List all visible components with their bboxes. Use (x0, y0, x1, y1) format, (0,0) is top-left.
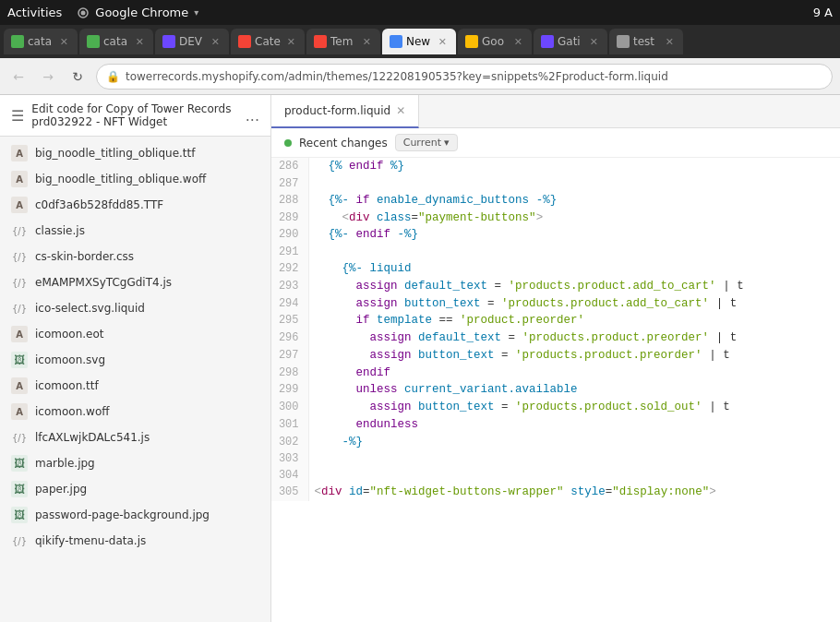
recent-changes-label: Recent changes (299, 137, 388, 150)
file-item[interactable]: {/}eMAMPMXSyTCgGdiT4.js (0, 269, 270, 295)
browser-tab-tab4[interactable]: Cate✕ (231, 29, 305, 54)
font-file-icon: A (11, 145, 28, 161)
tab-close-tab7[interactable]: ✕ (512, 35, 524, 49)
current-button[interactable]: Current ▾ (395, 134, 458, 151)
file-item[interactable]: {/}ico-select.svg.liquid (0, 295, 270, 321)
svg-point-1 (81, 10, 86, 15)
file-item[interactable]: 🖼marble.jpg (0, 450, 270, 476)
favicon-tab3 (162, 35, 175, 48)
sidebar-collapse-button[interactable]: ☰ (11, 107, 24, 125)
line-number: 305 (271, 484, 308, 501)
line-number: 289 (271, 209, 308, 227)
line-content[interactable]: <div class="payment-buttons"> (308, 209, 840, 227)
chevron-down-icon: ▾ (444, 137, 450, 149)
file-name: icomoon.eot (35, 328, 104, 341)
browser-tab-tab3[interactable]: DEV✕ (155, 29, 229, 54)
file-item[interactable]: {/}lfcAXLwjkDALc541.js (0, 425, 270, 450)
line-number: 299 (271, 381, 308, 399)
file-name: password-page-background.jpg (35, 508, 210, 521)
file-name: eMAMPMXSyTCgGdiT4.js (35, 276, 172, 289)
editor-tabs: product-form.liquid ✕ (271, 95, 840, 128)
file-item[interactable]: Abig_noodle_titling_oblique.ttf (0, 140, 270, 166)
tab-label-tab3: DEV (179, 35, 206, 48)
line-content[interactable]: endif (308, 365, 840, 382)
reload-button[interactable]: ↻ (66, 66, 89, 88)
browser-tab-tab1[interactable]: cata✕ (4, 29, 78, 54)
browser-tab-tab9[interactable]: test✕ (609, 29, 683, 54)
time-label: 9 A (813, 6, 833, 19)
image-file-icon: 🖼 (11, 481, 28, 497)
sidebar-more-button[interactable]: ... (246, 107, 259, 125)
address-text: towerrecords.myshopify.com/admin/themes/… (126, 70, 668, 83)
tab-close-tab8[interactable]: ✕ (588, 35, 600, 49)
line-content[interactable]: {%- if enable_dynamic_buttons -%} (308, 192, 840, 209)
line-content[interactable]: -%} (308, 434, 840, 451)
file-item[interactable]: {/}qikify-tmenu-data.js (0, 528, 270, 554)
file-item[interactable]: {/}cs-skin-border.css (0, 244, 270, 269)
image-file-icon: 🖼 (11, 455, 28, 472)
editor-tab-close-button[interactable]: ✕ (396, 104, 405, 117)
line-content[interactable] (308, 244, 840, 260)
favicon-tab6 (390, 35, 402, 48)
browser-tab-tab8[interactable]: Gati✕ (534, 29, 607, 54)
back-button[interactable]: ← (7, 66, 30, 88)
line-number: 288 (271, 192, 308, 209)
line-content[interactable]: {% endif %} (308, 158, 840, 175)
activities-label[interactable]: Activities (7, 6, 62, 19)
file-item[interactable]: Ac0df3a6b528fdd85.TTF (0, 192, 270, 218)
file-name: c0df3a6b528fdd85.TTF (35, 198, 163, 211)
line-content[interactable] (308, 450, 840, 467)
line-content[interactable] (308, 467, 840, 484)
line-content[interactable]: {%- liquid (308, 260, 840, 278)
line-content[interactable]: assign button_text = 'products.product.s… (308, 399, 840, 416)
file-item[interactable]: Aicomoon.ttf (0, 373, 270, 399)
tab-close-tab9[interactable]: ✕ (664, 35, 676, 49)
chrome-icon (77, 6, 90, 19)
file-item[interactable]: Aicomoon.eot (0, 321, 270, 347)
line-content[interactable]: assign button_text = 'products.product.p… (308, 347, 840, 365)
file-name: classie.js (35, 224, 85, 237)
code-line: 295 if template == 'product.preorder' (271, 312, 840, 329)
tab-close-tab3[interactable]: ✕ (210, 35, 222, 49)
code-area[interactable]: 286 {% endif %}287288 {%- if enable_dyna… (271, 158, 840, 622)
file-name: ico-select.svg.liquid (35, 302, 145, 315)
file-item[interactable]: Abig_noodle_titling_oblique.woff (0, 166, 270, 192)
line-content[interactable]: unless current_variant.available (308, 381, 840, 399)
editor-tab-label: product-form.liquid (284, 104, 390, 117)
tab-close-tab2[interactable]: ✕ (134, 35, 146, 49)
browser-tab-tab6[interactable]: New✕ (382, 29, 456, 54)
file-item[interactable]: 🖼icomoon.svg (0, 347, 270, 373)
line-content[interactable]: assign button_text = 'products.product.a… (308, 295, 840, 313)
code-file-icon: {/} (11, 429, 28, 446)
line-number: 297 (271, 347, 308, 365)
forward-button[interactable]: → (37, 66, 59, 88)
font-file-icon: A (11, 377, 28, 394)
line-content[interactable]: {%- endif -%} (308, 226, 840, 244)
line-content[interactable]: assign default_text = 'products.product.… (308, 278, 840, 295)
file-item[interactable]: 🖼password-page-background.jpg (0, 502, 270, 528)
file-item[interactable]: Aicomoon.woff (0, 399, 270, 425)
line-content[interactable]: endunless (308, 416, 840, 434)
line-number: 296 (271, 329, 308, 347)
line-content[interactable]: assign default_text = 'products.product.… (308, 329, 840, 347)
tab-label-tab7: Goo (482, 35, 509, 48)
browser-tab-tab5[interactable]: Tem✕ (306, 29, 380, 54)
tab-label-tab2: cata (103, 35, 130, 48)
tab-close-tab1[interactable]: ✕ (58, 35, 70, 49)
file-item[interactable]: 🖼paper.jpg (0, 476, 270, 502)
tab-label-tab4: Cate (255, 35, 282, 48)
line-content[interactable] (308, 175, 840, 192)
line-content[interactable]: if template == 'product.preorder' (308, 312, 840, 329)
browser-tab-tab7[interactable]: Goo✕ (458, 29, 532, 54)
editor-tab-product-form[interactable]: product-form.liquid ✕ (271, 95, 419, 128)
sidebar: ☰ Edit code for Copy of Tower Records pr… (0, 95, 271, 622)
code-file-icon: {/} (11, 532, 28, 549)
file-item[interactable]: {/}classie.js (0, 218, 270, 244)
tab-close-tab5[interactable]: ✕ (361, 35, 373, 49)
line-content[interactable]: <div id="nft-widget-buttons-wrapper" sty… (308, 484, 840, 501)
tab-close-tab4[interactable]: ✕ (285, 35, 297, 49)
tab-close-tab6[interactable]: ✕ (437, 35, 449, 49)
address-bar[interactable]: 🔒 towerrecords.myshopify.com/admin/theme… (96, 64, 833, 90)
code-line: 286 {% endif %} (271, 158, 840, 175)
browser-tab-tab2[interactable]: cata✕ (79, 29, 153, 54)
